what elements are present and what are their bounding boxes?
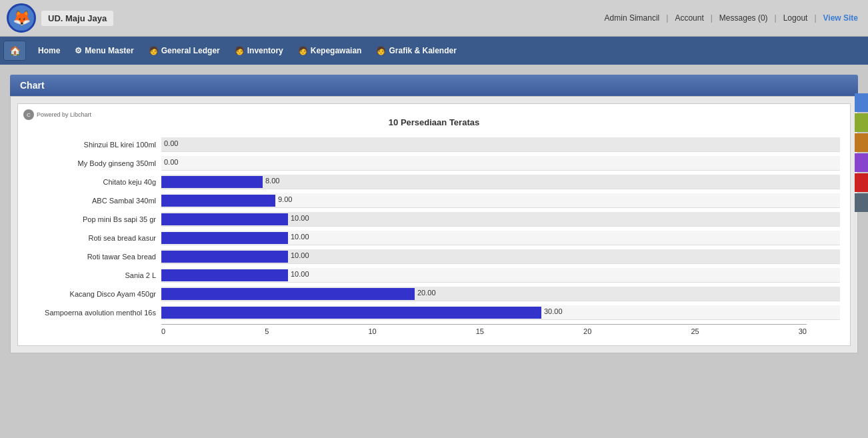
bar-row: Sania 2 L 10.00	[28, 268, 840, 283]
bar-fill	[161, 307, 541, 319]
bar-value: 20.00	[417, 289, 436, 297]
color-gray[interactable]	[855, 193, 868, 212]
bar-label: Roti sea bread kasur	[28, 234, 161, 242]
color-green[interactable]	[855, 113, 868, 132]
bar-row: Roti sea bread kasur 10.00	[28, 231, 840, 245]
logo: 🦊	[7, 3, 36, 33]
nav-item-kepegawaian[interactable]: 🧑 Kepegawaian	[291, 43, 369, 58]
nav-gl-label: General Ledger	[161, 46, 220, 55]
bar-value: 0.00	[164, 158, 178, 166]
nav-item-home[interactable]: Home	[31, 43, 67, 58]
messages-link[interactable]: Messages (0)	[716, 12, 771, 24]
x-axis-label: 5	[265, 327, 269, 335]
bar-fill	[161, 251, 288, 263]
color-red[interactable]	[855, 173, 868, 192]
top-nav: Admin Simancil | Account | Messages (0) …	[601, 12, 861, 24]
bar-label: My Body ginseng 350ml	[28, 159, 161, 167]
color-purple[interactable]	[855, 153, 868, 172]
nav-items: Home ⚙ Menu Master 🧑 General Ledger 🧑 In…	[31, 43, 463, 58]
x-axis-label: 30	[799, 327, 807, 335]
x-axis-label: 20	[583, 327, 591, 335]
chart-rows: Shinzui BL kirei 100ml 0.00 My Body gins…	[28, 137, 840, 320]
bar-fill	[161, 288, 415, 300]
bar-fill	[161, 232, 288, 244]
home-button[interactable]: 🏠	[3, 41, 26, 61]
libchart-icon: C	[23, 109, 34, 120]
x-axis-label: 0	[161, 327, 165, 335]
bar-label: Pop mini Bs sapi 35 gr	[28, 215, 161, 223]
page-content: Chart C Powered by Libchart 10 Persediaa…	[0, 65, 868, 360]
bar-value: 9.00	[278, 195, 292, 203]
nav-grafik-icon: 🧑	[376, 46, 386, 55]
bar-label: Roti tawar Sea bread	[28, 253, 161, 261]
logo-area: 🦊 UD. Maju Jaya	[7, 3, 113, 33]
bar-label: Sampoerna avolution menthol 16s	[28, 309, 161, 317]
x-axis-label: 15	[476, 327, 484, 335]
color-brown[interactable]	[855, 133, 868, 152]
bar-fill	[161, 195, 275, 207]
site-name: UD. Maju Jaya	[41, 11, 113, 26]
top-header: 🦊 UD. Maju Jaya Admin Simancil | Account…	[0, 0, 868, 37]
bar-label: Sania 2 L	[28, 271, 161, 279]
nav-kepegawaian-label: Kepegawaian	[311, 46, 362, 55]
chart-title: 10 Persediaan Teratas	[28, 117, 840, 127]
main-nav: 🏠 Home ⚙ Menu Master 🧑 General Ledger 🧑 …	[0, 37, 868, 65]
bar-label: ABC Sambal 340ml	[28, 197, 161, 205]
nav-inventory-label: Inventory	[247, 46, 283, 55]
nav-inv-icon: 🧑	[235, 46, 245, 55]
chart-box: C Powered by Libchart 10 Persediaan Tera…	[17, 103, 851, 346]
bar-label: Shinzui BL kirei 100ml	[28, 141, 161, 149]
bar-fill	[161, 213, 288, 225]
color-sidebar	[855, 93, 868, 212]
bar-row: Chitato keju 40g 8.00	[28, 175, 840, 189]
x-axis-label: 10	[368, 327, 376, 335]
logo-icon: 🦊	[13, 9, 31, 27]
bar-value: 10.00	[291, 251, 309, 259]
bar-row: Pop mini Bs sapi 35 gr 10.00	[28, 212, 840, 227]
bar-row: Shinzui BL kirei 100ml 0.00	[28, 137, 840, 152]
x-axis-label: 25	[691, 327, 699, 335]
nav-menu-master-label: Menu Master	[85, 46, 133, 55]
bar-chart: Shinzui BL kirei 100ml 0.00 My Body gins…	[28, 137, 840, 335]
logout-link[interactable]: Logout	[780, 12, 811, 24]
bar-value: 30.00	[544, 307, 563, 315]
bar-fill	[161, 176, 263, 188]
bar-value: 10.00	[291, 270, 309, 278]
bar-value: 10.00	[291, 214, 309, 222]
bar-label: Kacang Disco Ayam 450gr	[28, 290, 161, 298]
bar-row: ABC Sambal 340ml 9.00	[28, 193, 840, 208]
chart-container: C Powered by Libchart 10 Persediaan Tera…	[10, 96, 858, 353]
chart-section-title: Chart	[20, 80, 45, 91]
nav-item-inventory[interactable]: 🧑 Inventory	[228, 43, 290, 58]
nav-gl-icon: 🧑	[149, 46, 159, 55]
bar-value: 10.00	[291, 233, 309, 241]
bar-row: My Body ginseng 350ml 0.00	[28, 156, 840, 171]
nav-grafik-label: Grafik & Kalender	[389, 46, 456, 55]
nav-item-grafik[interactable]: 🧑 Grafik & Kalender	[369, 43, 463, 58]
chart-section-header: Chart	[10, 75, 858, 96]
nav-item-general-ledger[interactable]: 🧑 General Ledger	[142, 43, 227, 58]
bar-value: 8.00	[265, 177, 279, 185]
admin-label: Admin Simancil	[601, 12, 663, 24]
color-blue[interactable]	[855, 93, 868, 112]
view-site-link[interactable]: View Site	[820, 12, 861, 24]
nav-settings-icon: ⚙	[75, 46, 82, 55]
bar-fill	[161, 269, 288, 281]
account-link[interactable]: Account	[671, 12, 707, 24]
nav-home-label: Home	[38, 46, 60, 55]
x-axis: 051015202530	[161, 324, 807, 335]
bar-label: Chitato keju 40g	[28, 178, 161, 186]
bar-row: Kacang Disco Ayam 450gr 20.00	[28, 287, 840, 301]
powered-by: C Powered by Libchart	[23, 109, 91, 120]
nav-kep-icon: 🧑	[298, 46, 308, 55]
bar-value: 0.00	[164, 139, 178, 147]
bar-row: Sampoerna avolution menthol 16s 30.00	[28, 305, 840, 320]
powered-by-label: Powered by Libchart	[37, 111, 91, 118]
nav-item-menu-master[interactable]: ⚙ Menu Master	[68, 43, 140, 58]
bar-row: Roti tawar Sea bread 10.00	[28, 249, 840, 264]
